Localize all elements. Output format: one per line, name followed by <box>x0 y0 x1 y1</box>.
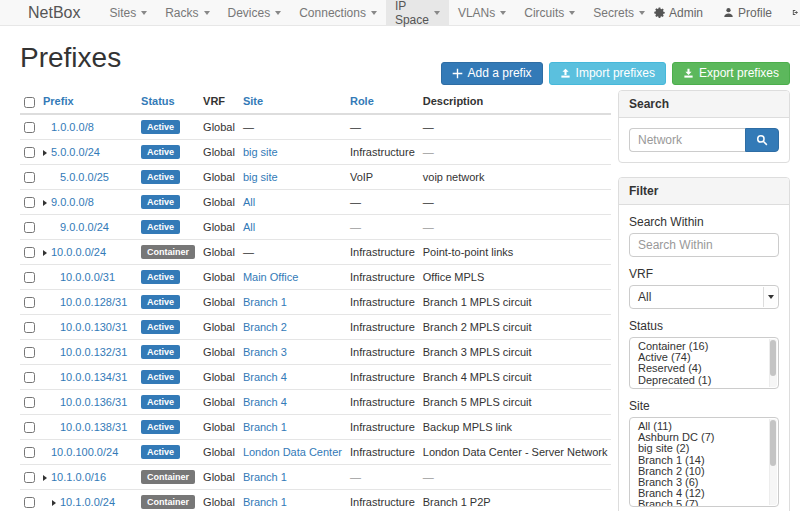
site-multiselect[interactable]: All (11)Ashburn DC (7)big site (2)Branch… <box>629 417 779 507</box>
sort-header-site[interactable]: Site <box>243 95 263 107</box>
table-row: 10.0.0.0/24ContainerGlobal—Infrastructur… <box>20 239 611 264</box>
role-value: Infrastructure <box>350 396 415 408</box>
prefix-link[interactable]: 1.0.0.0/8 <box>51 121 94 133</box>
site-link[interactable]: All <box>243 196 255 208</box>
site-link[interactable]: big site <box>243 171 278 183</box>
prefix-link[interactable]: 10.0.0.130/31 <box>60 321 127 333</box>
row-checkbox[interactable] <box>24 197 35 208</box>
table-header-row: PrefixStatusVRFSiteRoleDescription <box>20 90 611 114</box>
filter-option[interactable]: Reserved (4) <box>630 363 766 374</box>
search-within-input[interactable] <box>629 233 779 257</box>
prefix-link[interactable]: 5.0.0.0/25 <box>60 171 109 183</box>
site-link[interactable]: Branch 1 <box>243 496 287 508</box>
row-checkbox[interactable] <box>24 297 35 308</box>
prefix-table-container: PrefixStatusVRFSiteRoleDescription 1.0.0… <box>20 90 603 511</box>
page-content: Add a prefix Import prefixes Export pref… <box>0 26 800 511</box>
filter-option[interactable]: Deprecated (1) <box>630 375 766 386</box>
search-within-label: Search Within <box>629 215 779 229</box>
nav-item-devices[interactable]: Devices <box>219 0 291 25</box>
log-out-link[interactable]: Log out <box>792 0 800 27</box>
row-checkbox[interactable] <box>24 147 35 158</box>
row-checkbox[interactable] <box>24 122 35 133</box>
table-row: 10.0.0.130/31ActiveGlobalBranch 2Infrast… <box>20 314 611 339</box>
row-checkbox[interactable] <box>24 472 35 483</box>
nav-item-secrets[interactable]: Secrets <box>584 0 654 25</box>
prefix-link[interactable]: 10.0.100.0/24 <box>51 446 118 458</box>
site-link[interactable]: Branch 1 <box>243 296 287 308</box>
row-checkbox[interactable] <box>24 372 35 383</box>
sort-header-prefix[interactable]: Prefix <box>43 95 74 107</box>
prefix-link[interactable]: 10.0.0.0/24 <box>51 246 106 258</box>
site-link[interactable]: Branch 3 <box>243 346 287 358</box>
role-value: VoIP <box>350 171 373 183</box>
status-multiselect[interactable]: Container (16)Active (74)Reserved (4)Dep… <box>629 337 779 389</box>
prefix-link[interactable]: 5.0.0.0/24 <box>51 146 100 158</box>
nav-item-ip-space[interactable]: IP Space <box>386 0 449 25</box>
site-link[interactable]: All <box>243 221 255 233</box>
sort-header-status[interactable]: Status <box>141 95 175 107</box>
empty-value: — <box>423 146 434 158</box>
nav-item-connections[interactable]: Connections <box>290 0 386 25</box>
nav-user-menu: AdminProfileLog out <box>654 0 800 25</box>
vrf-value: Global <box>203 121 235 133</box>
brand-logo[interactable]: NetBox <box>28 0 80 25</box>
row-checkbox[interactable] <box>24 247 35 258</box>
nav-item-circuits[interactable]: Circuits <box>515 0 584 25</box>
search-button[interactable] <box>745 128 779 152</box>
row-checkbox[interactable] <box>24 272 35 283</box>
site-link[interactable]: Branch 4 <box>243 371 287 383</box>
admin-link[interactable]: Admin <box>654 6 703 20</box>
row-checkbox[interactable] <box>24 172 35 183</box>
site-link[interactable]: Main Office <box>243 271 298 283</box>
prefix-link[interactable]: 10.0.0.0/31 <box>60 271 115 283</box>
scrollbar-thumb[interactable] <box>770 340 776 376</box>
site-link[interactable]: Branch 1 <box>243 471 287 483</box>
nav-item-racks[interactable]: Racks <box>156 0 218 25</box>
prefix-link[interactable]: 10.0.0.132/31 <box>60 346 127 358</box>
row-checkbox[interactable] <box>24 397 35 408</box>
profile-link[interactable]: Profile <box>723 6 772 20</box>
status-badge: Active <box>141 120 180 134</box>
search-input[interactable] <box>629 128 745 152</box>
role-value: Infrastructure <box>350 246 415 258</box>
status-badge: Active <box>141 220 180 234</box>
import-prefixes-button[interactable]: Import prefixes <box>549 62 666 85</box>
site-link[interactable]: London Data Center <box>243 446 342 458</box>
export-prefixes-button[interactable]: Export prefixes <box>672 62 790 85</box>
site-link[interactable]: Branch 1 <box>243 421 287 433</box>
empty-value: — <box>423 121 434 133</box>
prefix-link[interactable]: 10.1.0.0/16 <box>51 471 106 483</box>
row-checkbox[interactable] <box>24 322 35 333</box>
filter-option[interactable]: Branch 5 (7) <box>630 499 766 507</box>
site-link[interactable]: Branch 2 <box>243 321 287 333</box>
status-badge: Active <box>141 420 180 434</box>
prefix-link[interactable]: 10.0.0.134/31 <box>60 371 127 383</box>
site-link[interactable]: Branch 4 <box>243 396 287 408</box>
nav-item-vlans[interactable]: VLANs <box>449 0 515 25</box>
vrf-select[interactable]: All <box>629 285 779 309</box>
row-checkbox[interactable] <box>24 422 35 433</box>
nav-item-sites[interactable]: Sites <box>100 0 156 25</box>
table-row: 1.0.0.0/8ActiveGlobal——— <box>20 114 611 140</box>
row-checkbox[interactable] <box>24 497 35 508</box>
prefix-link[interactable]: 9.0.0.0/8 <box>51 196 94 208</box>
prefix-link[interactable]: 10.1.0.0/24 <box>60 496 115 508</box>
prefix-link[interactable]: 10.0.0.136/31 <box>60 396 127 408</box>
table-row: 10.0.0.134/31ActiveGlobalBranch 4Infrast… <box>20 364 611 389</box>
site-link[interactable]: big site <box>243 146 278 158</box>
row-checkbox[interactable] <box>24 222 35 233</box>
nav-item-label: Secrets <box>593 6 634 20</box>
vrf-value: Global <box>203 321 235 333</box>
status-badge: Active <box>141 295 180 309</box>
prefix-link[interactable]: 10.0.0.128/31 <box>60 296 127 308</box>
sort-header-role[interactable]: Role <box>350 95 374 107</box>
row-checkbox[interactable] <box>24 447 35 458</box>
prefix-link[interactable]: 10.0.0.138/31 <box>60 421 127 433</box>
row-checkbox[interactable] <box>24 347 35 358</box>
empty-value: — <box>423 471 434 483</box>
filter-option[interactable]: big site (2) <box>630 443 766 454</box>
scrollbar-thumb[interactable] <box>770 420 776 466</box>
prefix-link[interactable]: 9.0.0.0/24 <box>60 221 109 233</box>
add-prefix-button[interactable]: Add a prefix <box>441 62 543 85</box>
select-all-checkbox[interactable] <box>24 97 35 108</box>
